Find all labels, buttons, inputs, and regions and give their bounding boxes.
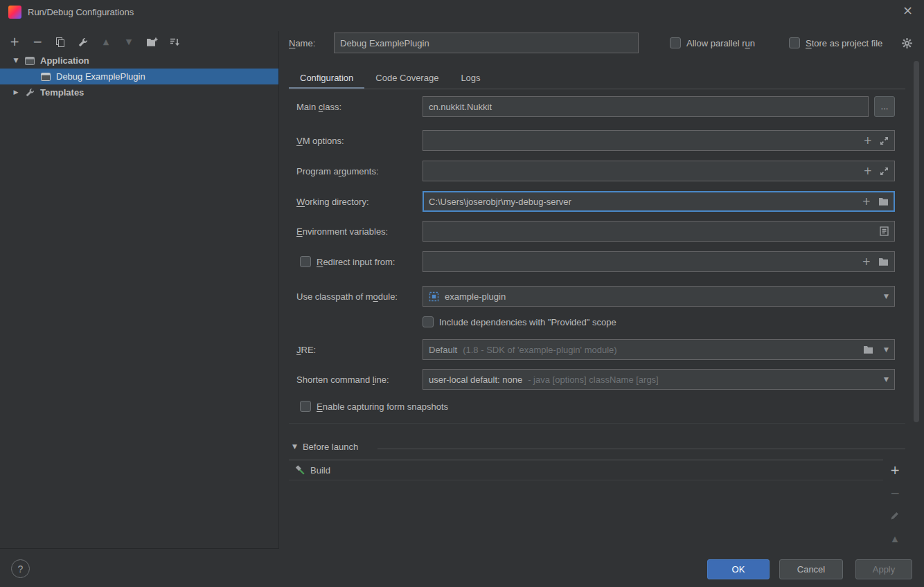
working-directory-input[interactable] (429, 192, 856, 210)
window-title: Run/Debug Configurations (28, 7, 134, 17)
tab-code-coverage[interactable]: Code Coverage (364, 66, 450, 89)
configurations-panel: + − ▲ ▼ ▼ Application (0, 31, 279, 549)
environment-variables-input[interactable] (429, 222, 874, 241)
edit-before-launch-task-button[interactable] (887, 508, 903, 523)
working-directory-label: Working directory: (296, 197, 369, 207)
program-arguments-field[interactable]: + (423, 161, 895, 181)
help-button[interactable]: ? (11, 559, 30, 578)
allow-parallel-run-checkbox[interactable] (670, 37, 681, 48)
tabs-divider (289, 89, 905, 89)
main-class-label: Main class: (296, 102, 341, 112)
program-arguments-input[interactable] (429, 161, 858, 181)
shorten-hint: - java [options] className [args] (528, 374, 659, 385)
tab-logs[interactable]: Logs (450, 66, 491, 89)
store-as-project-file-option[interactable]: Store as project file (789, 37, 882, 48)
tree-node-templates[interactable]: ▶ Templates (0, 84, 278, 100)
remove-before-launch-task-button[interactable]: − (887, 485, 903, 500)
expand-editor-icon[interactable] (880, 167, 889, 176)
tab-label: Logs (461, 73, 480, 83)
tab-label: Code Coverage (375, 73, 438, 83)
insert-macro-icon[interactable]: + (862, 197, 871, 207)
field-actions: ▼ (863, 345, 889, 354)
arrow-up-icon: ▲ (892, 535, 898, 543)
folder-icon[interactable] (878, 258, 889, 267)
tree-node-debug-exampleplugin[interactable]: Debug ExamplePlugin (0, 69, 278, 84)
folder-icon[interactable] (863, 345, 873, 354)
capture-snapshots-option[interactable]: Enable capturing form snapshots (300, 401, 448, 412)
plus-icon: + (890, 464, 900, 476)
insert-macro-icon[interactable]: + (863, 136, 872, 146)
name-field[interactable] (334, 33, 639, 53)
redirect-input-checkbox[interactable] (300, 256, 311, 267)
application-type-icon (24, 55, 35, 66)
remove-configuration-button[interactable]: − (28, 34, 46, 51)
tree-node-label: Templates (40, 87, 84, 98)
sort-configurations-button[interactable] (166, 34, 184, 51)
arrow-down-icon: ▼ (126, 38, 132, 46)
move-up-button[interactable]: ▲ (97, 34, 115, 51)
new-folder-icon (146, 37, 158, 48)
allow-parallel-run-option[interactable]: Allow parallel run (670, 37, 755, 48)
name-input[interactable] (340, 33, 632, 53)
insert-macro-icon[interactable]: + (862, 257, 871, 267)
environment-variables-field[interactable] (423, 221, 895, 242)
provided-scope-checkbox[interactable] (423, 316, 434, 327)
before-launch-item-build[interactable]: Build (289, 460, 883, 480)
cancel-button-label: Cancel (797, 564, 825, 575)
copy-configuration-button[interactable] (51, 34, 69, 51)
capture-snapshots-checkbox[interactable] (300, 401, 311, 412)
add-configuration-button[interactable]: + (6, 34, 24, 51)
vm-options-field[interactable]: + (423, 130, 895, 151)
edit-templates-button[interactable] (74, 34, 92, 51)
store-settings-gear-icon[interactable] (901, 37, 913, 51)
redirect-input-input[interactable] (429, 252, 856, 271)
tree-node-application[interactable]: ▼ Application (0, 53, 278, 69)
minus-icon: − (890, 487, 900, 499)
copy-icon (55, 37, 66, 48)
jre-hint: (1.8 - SDK of 'example-plugin' module) (463, 345, 616, 355)
before-launch-list: Build (289, 460, 883, 480)
jre-combobox[interactable]: Default (1.8 - SDK of 'example-plugin' m… (423, 339, 895, 360)
folder-icon[interactable] (878, 197, 889, 206)
field-actions: + (862, 197, 889, 207)
move-task-up-button[interactable]: ▲ (887, 531, 903, 546)
provided-scope-option[interactable]: Include dependencies with "Provided" sco… (423, 316, 616, 327)
apply-button[interactable]: Apply (855, 559, 912, 579)
new-folder-button[interactable] (143, 34, 161, 51)
classpath-module-value: example-plugin (445, 291, 506, 302)
plus-icon: + (10, 36, 19, 48)
add-before-launch-task-button[interactable]: + (887, 462, 903, 478)
field-actions (880, 226, 889, 236)
tab-configuration[interactable]: Configuration (289, 66, 364, 89)
expand-editor-icon[interactable] (880, 136, 889, 145)
collapse-arrow-icon[interactable]: ▼ (292, 444, 297, 450)
section-divider (289, 423, 905, 424)
cancel-button[interactable]: Cancel (779, 559, 843, 579)
wrench-icon (78, 37, 89, 48)
edit-variables-icon[interactable] (880, 226, 889, 236)
before-launch-divider (377, 449, 905, 449)
ok-button[interactable]: OK (707, 559, 770, 579)
tab-label: Configuration (300, 73, 353, 83)
redirect-input-option[interactable]: Redirect input from: (300, 256, 395, 267)
main-class-input[interactable] (429, 97, 862, 116)
environment-variables-label: Environment variables: (296, 226, 388, 237)
move-down-button[interactable]: ▼ (120, 34, 138, 51)
working-directory-field[interactable]: + (423, 191, 895, 212)
scrollbar-thumb[interactable] (914, 61, 919, 422)
shorten-command-line-combobox[interactable]: user-local default: none - java [options… (423, 369, 895, 390)
main-class-field[interactable] (423, 96, 869, 117)
field-actions: + (862, 257, 889, 267)
classpath-module-label: Use classpath of module: (296, 291, 398, 302)
browse-main-class-button[interactable]: ... (874, 96, 895, 117)
expand-arrow-icon[interactable]: ▶ (12, 89, 20, 96)
insert-macro-icon[interactable]: + (863, 166, 872, 177)
arrow-up-icon: ▲ (103, 38, 109, 46)
collapse-arrow-icon[interactable]: ▼ (12, 57, 20, 64)
classpath-module-combobox[interactable]: example-plugin ▼ (423, 286, 895, 307)
store-as-project-file-checkbox[interactable] (789, 37, 800, 48)
vm-options-input[interactable] (429, 131, 858, 150)
redirect-input-field[interactable]: + (423, 251, 895, 272)
jre-label: JRE: (296, 345, 316, 355)
before-launch-header[interactable]: ▼ Before launch (292, 442, 358, 452)
